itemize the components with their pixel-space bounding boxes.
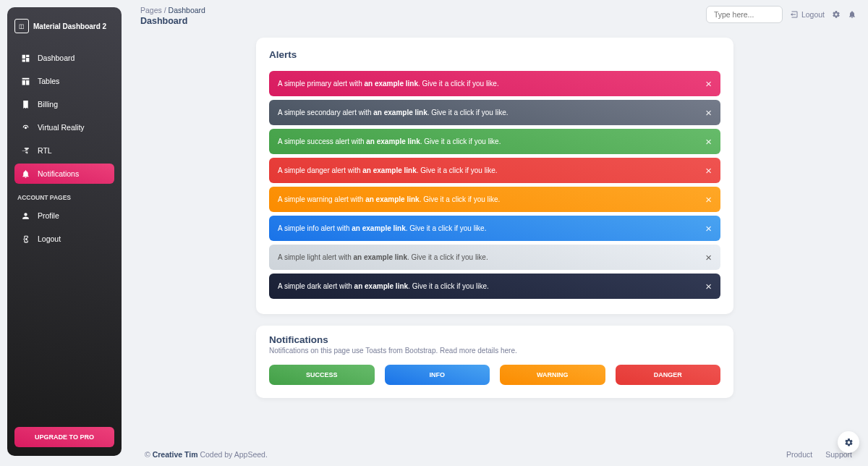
settings-button[interactable] — [832, 10, 841, 19]
sidebar-item-logout[interactable]: Logout — [14, 229, 114, 249]
sidebar-item-tables[interactable]: Tables — [14, 71, 114, 91]
notifications-subtitle: Notifications on this page use Toasts fr… — [269, 347, 720, 355]
alert-close-button[interactable]: × — [705, 194, 712, 205]
footer-link-product[interactable]: Product — [786, 450, 812, 459]
gear-icon — [844, 438, 854, 447]
footer-copyright: © Creative Tim Coded by AppSeed. — [145, 450, 268, 459]
svg-point-0 — [24, 126, 26, 128]
main-content: Pages / Dashboard Dashboard Logout — [129, 0, 868, 466]
alert-text: A simple info alert with an example link… — [278, 224, 486, 232]
alert-text: A simple dark alert with an example link… — [278, 282, 489, 290]
alert-link[interactable]: an example link — [364, 80, 417, 88]
person-icon — [20, 211, 30, 221]
logout-link[interactable]: Logout — [790, 10, 825, 19]
sidebar-item-label: RTL — [38, 146, 52, 155]
gear-icon — [832, 10, 841, 19]
sidebar-item-label: Billing — [38, 100, 58, 109]
upgrade-button[interactable]: UPGRADE TO PRO — [14, 427, 114, 447]
alert-link[interactable]: an example link — [365, 195, 419, 203]
alert-link[interactable]: an example link — [362, 166, 416, 174]
sidebar-item-notifications[interactable]: Notifications — [14, 164, 114, 184]
table-icon — [20, 76, 30, 86]
vr-icon — [20, 122, 30, 132]
brand-icon: ◫ — [14, 19, 29, 33]
brand-text: Material Dashboard 2 — [33, 22, 106, 30]
sidebar-item-label: Notifications — [38, 169, 79, 178]
alert-text: A simple success alert with an example l… — [278, 137, 501, 145]
sidebar-item-label: Profile — [38, 211, 59, 220]
warning-toast-button[interactable]: WARNING — [500, 365, 605, 385]
info-toast-button[interactable]: INFO — [385, 365, 490, 385]
alert-close-button[interactable]: × — [705, 165, 712, 176]
sidebar-item-virtual-reality[interactable]: Virtual Reality — [14, 117, 114, 137]
sidebar: ◫ Material Dashboard 2 DashboardTablesBi… — [7, 7, 122, 456]
alert-success: A simple success alert with an example l… — [269, 129, 720, 154]
alert-text: A simple primary alert with an example l… — [278, 80, 499, 88]
alert-light: A simple light alert with an example lin… — [269, 245, 720, 270]
alert-close-button[interactable]: × — [705, 223, 712, 234]
rtl-icon — [20, 145, 30, 156]
dashboard-icon — [20, 53, 30, 63]
page-title: Dashboard — [140, 16, 205, 26]
notifications-button[interactable] — [848, 10, 856, 19]
logout-icon — [790, 10, 799, 19]
alert-close-button[interactable]: × — [705, 107, 712, 118]
topbar: Pages / Dashboard Dashboard Logout — [140, 6, 856, 26]
alert-warning: A simple warning alert with an example l… — [269, 187, 720, 212]
sidebar-item-label: Virtual Reality — [38, 123, 85, 132]
settings-fab[interactable] — [838, 431, 859, 453]
sidebar-item-rtl[interactable]: RTL — [14, 140, 114, 161]
notifications-title: Notifications — [269, 334, 720, 345]
alert-danger: A simple danger alert with an example li… — [269, 158, 720, 183]
alert-text: A simple light alert with an example lin… — [278, 253, 488, 261]
alert-text: A simple danger alert with an example li… — [278, 166, 497, 174]
breadcrumb-current: Dashboard — [169, 6, 205, 14]
alert-info: A simple info alert with an example link… — [269, 216, 720, 241]
sidebar-item-label: Logout — [38, 234, 61, 243]
footer: © Creative Tim Coded by AppSeed. Product… — [140, 443, 856, 466]
sidebar-item-billing[interactable]: Billing — [14, 94, 114, 114]
alert-link[interactable]: an example link — [366, 137, 420, 145]
breadcrumb-parent[interactable]: Pages — [140, 6, 162, 14]
search-input[interactable] — [706, 6, 783, 23]
alert-link[interactable]: an example link — [373, 109, 427, 116]
sidebar-item-profile[interactable]: Profile — [14, 206, 114, 226]
receipt-icon — [20, 99, 30, 109]
alert-link[interactable]: an example link — [352, 224, 405, 232]
breadcrumb: Pages / Dashboard — [140, 6, 205, 14]
alert-text: A simple secondary alert with an example… — [278, 109, 508, 116]
notifications-doc-link[interactable]: here — [501, 347, 515, 355]
alerts-title: Alerts — [256, 46, 733, 67]
alert-close-button[interactable]: × — [705, 281, 712, 292]
sidebar-item-label: Dashboard — [38, 54, 75, 62]
danger-toast-button[interactable]: DANGER — [616, 365, 721, 385]
footer-brand-link[interactable]: Creative Tim — [153, 450, 198, 459]
alert-secondary: A simple secondary alert with an example… — [269, 100, 720, 125]
alert-link[interactable]: an example link — [354, 253, 407, 261]
logout-icon — [20, 234, 30, 244]
alert-primary: A simple primary alert with an example l… — [269, 71, 720, 96]
alert-close-button[interactable]: × — [705, 136, 712, 147]
alerts-card: Alerts A simple primary alert with an ex… — [256, 38, 733, 314]
sidebar-item-label: Tables — [38, 77, 59, 85]
bell-icon — [20, 169, 30, 179]
sidebar-item-dashboard[interactable]: Dashboard — [14, 48, 114, 68]
brand[interactable]: ◫ Material Dashboard 2 — [14, 16, 114, 39]
bell-icon — [848, 10, 856, 19]
alert-link[interactable]: an example link — [354, 282, 408, 290]
alert-close-button[interactable]: × — [705, 78, 712, 89]
alert-dark: A simple dark alert with an example link… — [269, 274, 720, 299]
alert-close-button[interactable]: × — [705, 252, 712, 263]
sidebar-section-label: ACCOUNT PAGES — [17, 194, 114, 201]
success-toast-button[interactable]: SUCCESS — [269, 365, 375, 385]
alert-text: A simple warning alert with an example l… — [278, 195, 500, 203]
notifications-card: Notifications Notifications on this page… — [256, 326, 733, 398]
